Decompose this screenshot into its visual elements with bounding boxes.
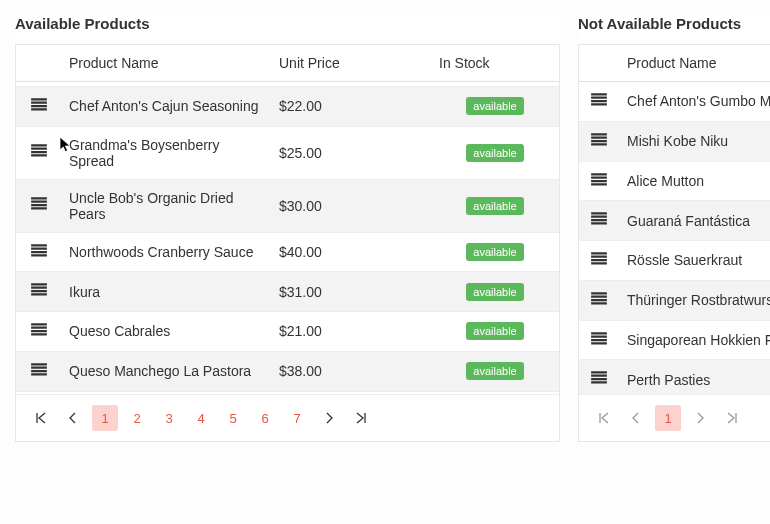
table-row[interactable]: Mishi Kobe Niku (579, 121, 770, 161)
table-row[interactable]: Alice Mutton (579, 161, 770, 201)
cell-name: Thüringer Rostbratwurst (619, 280, 770, 320)
cell-name: Perth Pasties (619, 360, 770, 394)
available-title: Available Products (15, 15, 560, 32)
drag-handle-icon[interactable] (590, 132, 608, 148)
pager-page[interactable]: 1 (92, 405, 118, 431)
drag-handle-icon[interactable] (30, 243, 48, 259)
col-product-name[interactable]: Product Name (61, 45, 271, 82)
pager-page[interactable]: 2 (124, 405, 150, 431)
cell-price: $40.00 (271, 232, 431, 272)
pager: 1 2 3 4 5 6 7 (16, 394, 559, 441)
header-row: Product Name Unit Price In Stock (16, 45, 559, 82)
drag-handle-icon[interactable] (30, 196, 48, 212)
cell-price: $25.00 (271, 126, 431, 179)
drag-handle-icon[interactable] (590, 331, 608, 347)
pager-page[interactable]: 3 (156, 405, 182, 431)
cell-name: Queso Cabrales (61, 312, 271, 352)
cell-name: Grandma's Boysenberry Spread (61, 126, 271, 179)
cell-price: $31.00 (271, 272, 431, 312)
table-row[interactable]: Perth Pasties (579, 360, 770, 394)
table-row[interactable]: Northwoods Cranberry Sauce $40.00 availa… (16, 232, 559, 272)
available-grid: Product Name Unit Price In Stock Aniseed… (15, 44, 560, 442)
pager: 1 (579, 394, 770, 441)
drag-handle-icon[interactable] (30, 362, 48, 378)
header-row: Product Name (579, 45, 770, 82)
cell-name: Mishi Kobe Niku (619, 121, 770, 161)
table-row[interactable]: Guaraná Fantástica (579, 201, 770, 241)
pager-page[interactable]: 4 (188, 405, 214, 431)
table-row[interactable]: Uncle Bob's Organic Dried Pears $30.00 a… (16, 179, 559, 232)
cell-name: Rössle Sauerkraut (619, 241, 770, 281)
pager-first-icon[interactable] (28, 405, 54, 431)
pager-page[interactable]: 5 (220, 405, 246, 431)
pager-next-icon[interactable] (687, 405, 713, 431)
table-row[interactable]: Queso Cabrales $21.00 available (16, 312, 559, 352)
not-available-title: Not Available Products (578, 15, 770, 32)
table-row[interactable]: Chef Anton's Gumbo Mix (579, 82, 770, 121)
cell-price: $30.00 (271, 179, 431, 232)
cell-price: $21.00 (271, 312, 431, 352)
table-row[interactable]: Ikura $31.00 available (16, 272, 559, 312)
cell-name: Ikura (61, 272, 271, 312)
not-available-products-panel: Not Available Products Product Name (578, 15, 770, 442)
status-badge: available (466, 144, 523, 162)
drag-handle-icon[interactable] (590, 251, 608, 267)
col-in-stock[interactable]: In Stock (431, 45, 559, 82)
status-badge: available (466, 362, 523, 380)
status-badge: available (466, 322, 523, 340)
drag-handle-icon[interactable] (590, 92, 608, 108)
cell-name: Guaraná Fantástica (619, 201, 770, 241)
table-row[interactable]: Singaporean Hokkien Fried Mee (579, 320, 770, 360)
table-row[interactable]: Rössle Sauerkraut (579, 241, 770, 281)
drag-handle-icon[interactable] (30, 97, 48, 113)
cell-name: Chef Anton's Gumbo Mix (619, 82, 770, 121)
table-row[interactable]: Chef Anton's Cajun Seasoning $22.00 avai… (16, 86, 559, 126)
status-badge: available (466, 283, 523, 301)
pager-last-icon[interactable] (348, 405, 374, 431)
cell-name: Queso Manchego La Pastora (61, 351, 271, 391)
cell-name: Alice Mutton (619, 161, 770, 201)
cell-name: Uncle Bob's Organic Dried Pears (61, 179, 271, 232)
drag-handle-icon[interactable] (590, 291, 608, 307)
drag-handle-icon[interactable] (590, 172, 608, 188)
status-badge: available (466, 97, 523, 115)
pager-next-icon[interactable] (316, 405, 342, 431)
pager-page[interactable]: 7 (284, 405, 310, 431)
status-badge: available (466, 197, 523, 215)
col-unit-price[interactable]: Unit Price (271, 45, 431, 82)
drag-handle-icon[interactable] (30, 322, 48, 338)
available-products-panel: Available Products Product Name Unit Pri… (15, 15, 560, 442)
table-row[interactable]: Thüringer Rostbratwurst (579, 280, 770, 320)
drag-handle-icon[interactable] (30, 143, 48, 159)
cell-price: $38.00 (271, 351, 431, 391)
pager-page[interactable]: 6 (252, 405, 278, 431)
status-badge: available (466, 243, 523, 261)
cell-name: Northwoods Cranberry Sauce (61, 232, 271, 272)
table-row[interactable]: Grandma's Boysenberry Spread $25.00 avai… (16, 126, 559, 179)
col-product-name[interactable]: Product Name (619, 45, 770, 82)
not-available-grid: Product Name Chef Anton's Gumbo Mix (578, 44, 770, 442)
drag-handle-icon[interactable] (590, 211, 608, 227)
pager-first-icon[interactable] (591, 405, 617, 431)
drag-handle-icon[interactable] (30, 282, 48, 298)
table-row[interactable]: Queso Manchego La Pastora $38.00 availab… (16, 351, 559, 391)
cell-name: Chef Anton's Cajun Seasoning (61, 86, 271, 126)
pager-last-icon[interactable] (719, 405, 745, 431)
pager-prev-icon[interactable] (623, 405, 649, 431)
pager-prev-icon[interactable] (60, 405, 86, 431)
cell-price: $22.00 (271, 86, 431, 126)
pager-page[interactable]: 1 (655, 405, 681, 431)
drag-handle-icon[interactable] (590, 370, 608, 386)
cell-name: Singaporean Hokkien Fried Mee (619, 320, 770, 360)
